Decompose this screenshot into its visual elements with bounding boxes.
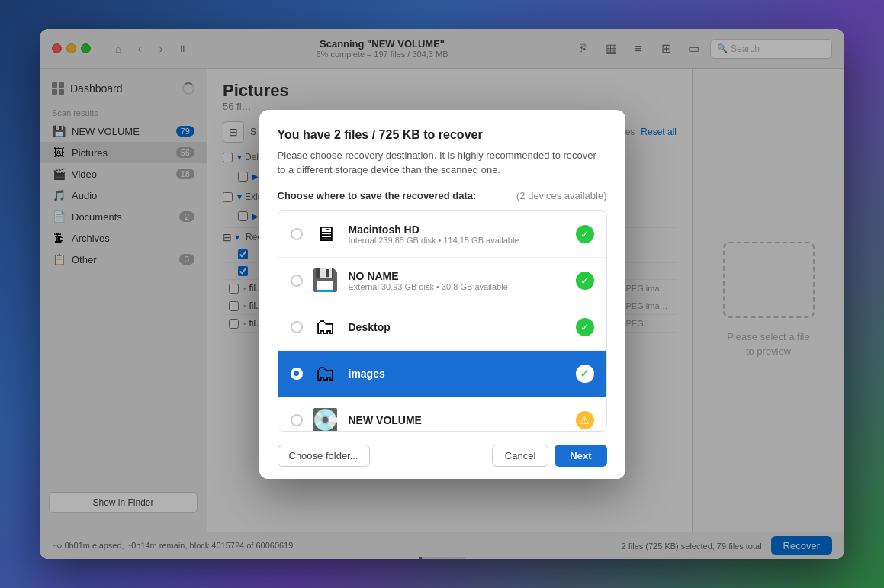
- dest-icon-no-name: 💾: [312, 267, 339, 294]
- destination-list: 🖥 Macintosh HD Internal 239,85 GB disk •…: [278, 210, 607, 432]
- dest-status-images: ✓: [576, 365, 594, 383]
- modal-title: You have 2 files / 725 KB to recover: [278, 128, 607, 142]
- devices-available: (2 devices available): [516, 190, 607, 201]
- dest-icon-images: 🗂: [312, 360, 339, 387]
- dest-item-desktop[interactable]: 🗂 Desktop ✓: [278, 304, 606, 351]
- dest-info-new-volume: NEW VOLUME: [349, 414, 576, 426]
- cancel-button[interactable]: Cancel: [492, 445, 548, 467]
- modal-footer: Choose folder... Cancel Next: [259, 432, 625, 479]
- dest-item-new-volume[interactable]: 💽 NEW VOLUME ⚠: [278, 397, 606, 432]
- recovery-modal: You have 2 files / 725 KB to recover Ple…: [259, 110, 625, 479]
- choose-label-text: Choose where to save the recovered data:: [278, 190, 477, 201]
- choose-folder-button[interactable]: Choose folder...: [278, 445, 370, 467]
- dest-radio-images: [291, 368, 303, 380]
- dest-info-images: images: [349, 368, 576, 380]
- dest-radio-desktop: [291, 321, 303, 333]
- dest-radio-macintosh-hd: [291, 228, 303, 240]
- dest-status-macintosh-hd: ✓: [576, 225, 594, 243]
- dest-name-no-name: NO NAME: [349, 270, 576, 282]
- dest-radio-new-volume: [291, 414, 303, 426]
- dest-detail-no-name: External 30,93 GB disk • 30,8 GB availab…: [349, 282, 576, 291]
- modal-actions: Cancel Next: [492, 445, 607, 467]
- dest-status-desktop: ✓: [576, 318, 594, 336]
- dest-icon-macintosh-hd: 🖥: [312, 220, 339, 248]
- dest-item-images[interactable]: 🗂 images ✓: [278, 351, 606, 397]
- dest-item-no-name[interactable]: 💾 NO NAME External 30,93 GB disk • 30,8 …: [278, 258, 606, 304]
- dest-name-macintosh-hd: Macintosh HD: [349, 223, 576, 236]
- next-button[interactable]: Next: [555, 445, 606, 467]
- dest-radio-no-name: [291, 275, 303, 287]
- dest-name-images: images: [349, 368, 576, 380]
- modal-description: Please choose recovery destination. It i…: [278, 148, 607, 178]
- dest-name-new-volume: NEW VOLUME: [349, 414, 576, 426]
- dest-icon-new-volume: 💽: [312, 406, 339, 432]
- dest-item-macintosh-hd[interactable]: 🖥 Macintosh HD Internal 239,85 GB disk •…: [278, 211, 606, 258]
- dest-info-macintosh-hd: Macintosh HD Internal 239,85 GB disk • 1…: [349, 223, 576, 245]
- dest-status-no-name: ✓: [576, 272, 594, 290]
- dest-detail-macintosh-hd: Internal 239,85 GB disk • 114,15 GB avai…: [349, 236, 576, 245]
- modal-body: You have 2 files / 725 KB to recover Ple…: [259, 110, 625, 432]
- modal-overlay: You have 2 files / 725 KB to recover Ple…: [40, 29, 844, 559]
- dest-info-no-name: NO NAME External 30,93 GB disk • 30,8 GB…: [349, 270, 576, 291]
- modal-choose-label: Choose where to save the recovered data:…: [278, 190, 607, 201]
- dest-name-desktop: Desktop: [349, 321, 576, 333]
- dest-status-new-volume: ⚠: [576, 411, 594, 429]
- dest-icon-desktop: 🗂: [312, 313, 339, 341]
- dest-info-desktop: Desktop: [349, 321, 576, 333]
